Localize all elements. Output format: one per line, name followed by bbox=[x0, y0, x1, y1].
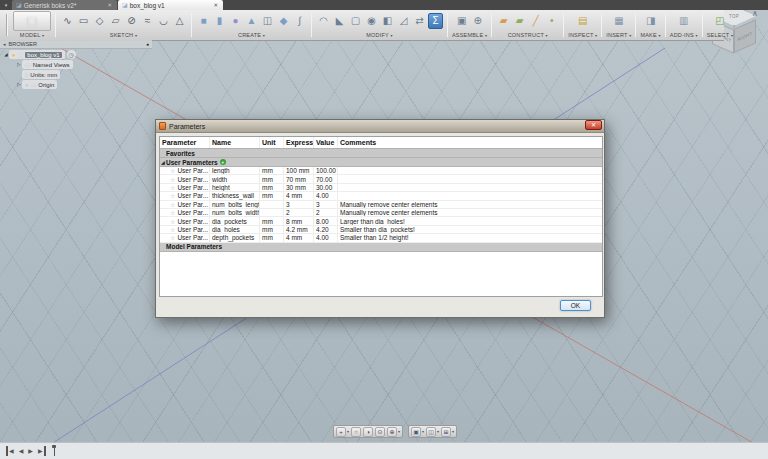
tree-item-chip[interactable]: ●▭Origin bbox=[22, 80, 57, 89]
assemble-new-component-icon[interactable]: ▣ bbox=[454, 13, 469, 29]
free-orbit-button[interactable]: ◑ bbox=[362, 427, 374, 437]
chevron-down-icon[interactable]: ▾ bbox=[437, 429, 439, 434]
sketch-circle-icon[interactable]: ⊘ bbox=[124, 13, 139, 29]
browser-header[interactable]: ◂ BROWSER ● bbox=[0, 40, 152, 49]
modify-draft-icon[interactable]: ◿ bbox=[396, 13, 411, 29]
cell-expression[interactable]: 4 mm bbox=[284, 192, 314, 199]
create-mirror-icon[interactable]: ◫ bbox=[260, 13, 275, 29]
display-settings-button[interactable]: ▣▾ bbox=[410, 427, 425, 437]
favorite-star-icon[interactable]: ☆ bbox=[170, 234, 175, 241]
cell-expression[interactable]: 4 mm bbox=[284, 234, 314, 241]
cell-expression[interactable]: 8 mm bbox=[284, 217, 314, 224]
cell-comments[interactable] bbox=[338, 175, 602, 182]
parameter-row-num_bolts_length[interactable]: ☆User Par...num_bolts_length33Manually r… bbox=[160, 201, 602, 209]
collapse-toolbar-icon[interactable]: ∧ bbox=[752, 10, 758, 18]
cell-name[interactable]: length bbox=[210, 167, 260, 174]
create-loft-icon[interactable]: ◆ bbox=[276, 13, 291, 29]
add-ins-icon[interactable]: ▥ bbox=[676, 13, 691, 29]
browser-options-icon[interactable]: ● bbox=[146, 41, 149, 47]
browser-tree-item[interactable]: ▷▭Named Views bbox=[0, 60, 170, 69]
group-row-favorites[interactable]: Favorites bbox=[160, 149, 602, 158]
toolbar-group-label[interactable]: ADD-INS ▾ bbox=[670, 31, 698, 40]
construct-axis-icon[interactable]: ╱ bbox=[528, 13, 543, 29]
cell-name[interactable]: width bbox=[210, 175, 260, 182]
parameter-row-dia_holes[interactable]: ☆User Par...dia_holesmm4.2 mm4.20Smaller… bbox=[160, 226, 602, 234]
go-to-start-button[interactable]: ◀ bbox=[6, 446, 16, 456]
toolbar-group-label[interactable]: SELECT ▾ bbox=[707, 31, 733, 40]
play-button[interactable]: ▶ bbox=[26, 446, 36, 456]
toolbar-group-label[interactable]: MODIFY ▾ bbox=[366, 31, 392, 40]
toolbar-group-label[interactable]: INSERT ▾ bbox=[606, 31, 631, 40]
pan-button[interactable]: +▾ bbox=[335, 427, 350, 437]
cell-comments[interactable]: Smaller than 1/2 height! bbox=[338, 234, 602, 241]
browser-tree-item[interactable]: ▯Units: mm bbox=[0, 70, 170, 79]
sketch-rectangle-icon[interactable]: ▭ bbox=[76, 13, 91, 29]
sketch-polygon-icon[interactable]: ◇ bbox=[92, 13, 107, 29]
cell-expression[interactable]: 3 bbox=[284, 201, 314, 208]
document-settings-icon[interactable]: ◷ bbox=[67, 50, 76, 59]
cell-name[interactable]: dia_holes bbox=[210, 226, 260, 233]
browser-tree-item[interactable]: ◢●▢box_blog v1◷ bbox=[0, 50, 170, 59]
assemble-joint-icon[interactable]: ⊕ bbox=[470, 13, 485, 29]
document-tab-1[interactable]: ◪box_blog v1✕ bbox=[118, 0, 223, 10]
dialog-title-bar[interactable]: Parameters ✕ bbox=[156, 120, 604, 133]
toolbar-group-label[interactable]: INSPECT ▾ bbox=[568, 31, 597, 40]
cell-expression[interactable]: 70 mm bbox=[284, 175, 314, 182]
make-icon[interactable]: ◨ bbox=[643, 13, 658, 29]
favorite-star-icon[interactable]: ☆ bbox=[170, 167, 175, 174]
cell-comments[interactable] bbox=[338, 192, 602, 199]
lightbulb-off-icon[interactable]: ● bbox=[25, 82, 29, 88]
favorite-star-icon[interactable]: ☆ bbox=[170, 176, 175, 183]
cell-comments[interactable] bbox=[338, 184, 602, 191]
sketch-3d-icon[interactable]: △ bbox=[172, 13, 187, 29]
cell-name[interactable]: dia_pockets bbox=[210, 217, 260, 224]
cell-name[interactable]: num_bolts_width bbox=[210, 209, 260, 216]
sketch-arc-icon[interactable]: ◡ bbox=[156, 13, 171, 29]
modify-move-icon[interactable]: ⇄ bbox=[412, 13, 427, 29]
cell-comments[interactable]: Larger than dia_holes! bbox=[338, 217, 602, 224]
modify-combine-icon[interactable]: ◉ bbox=[364, 13, 379, 29]
parameter-row-length[interactable]: ☆User Par...lengthmm100 mm100.00 bbox=[160, 167, 602, 175]
modify-split-body-icon[interactable]: ◧ bbox=[380, 13, 395, 29]
step-back-button[interactable]: ◀ bbox=[16, 446, 26, 456]
sketch-slot-icon[interactable]: ▱ bbox=[108, 13, 123, 29]
chevron-down-icon[interactable]: ▾ bbox=[422, 429, 424, 434]
favorite-star-icon[interactable]: ☆ bbox=[170, 226, 175, 233]
favorite-star-icon[interactable]: ☆ bbox=[170, 218, 175, 225]
tree-item-chip[interactable]: ▭Named Views bbox=[22, 60, 73, 69]
modify-fillet-icon[interactable]: ◠ bbox=[316, 13, 331, 29]
favorite-star-icon[interactable]: ☆ bbox=[170, 192, 175, 199]
toolbar-grip[interactable] bbox=[6, 14, 8, 36]
browser-tree-item[interactable]: ▷●▭Origin bbox=[0, 80, 170, 89]
tree-item-chip[interactable]: ●▢box_blog v1 bbox=[9, 50, 65, 59]
tree-item-chip[interactable]: ▯Units: mm bbox=[22, 70, 60, 79]
create-extrude-icon[interactable]: ▲ bbox=[244, 13, 259, 29]
chevron-down-icon[interactable]: ▾ bbox=[398, 429, 400, 434]
cell-expression[interactable]: 30 mm bbox=[284, 184, 314, 191]
add-parameter-icon[interactable]: + bbox=[220, 159, 226, 165]
parameter-row-num_bolts_width[interactable]: ☆User Par...num_bolts_width22Manually re… bbox=[160, 209, 602, 217]
layout-grid-button[interactable]: ⊞▾ bbox=[440, 427, 455, 437]
modify-shell-icon[interactable]: ▢ bbox=[348, 13, 363, 29]
tab-close-icon[interactable]: ✕ bbox=[212, 2, 219, 8]
zoom-button[interactable]: ⊕▾ bbox=[386, 427, 401, 437]
modify-chamfer-icon[interactable]: ◣ bbox=[332, 13, 347, 29]
create-form-icon[interactable]: ● bbox=[228, 13, 243, 29]
group-row-user-parameters[interactable]: ◢User Parameters+ bbox=[160, 158, 602, 167]
cell-name[interactable]: num_bolts_length bbox=[210, 201, 260, 208]
inspect-measure-icon[interactable]: ▤ bbox=[575, 13, 590, 29]
cell-expression[interactable]: 4.2 mm bbox=[284, 226, 314, 233]
dialog-close-button[interactable]: ✕ bbox=[585, 120, 602, 130]
parameter-row-width[interactable]: ☆User Par...widthmm70 mm70.00 bbox=[160, 175, 602, 183]
chevron-down-icon[interactable]: ▾ bbox=[347, 429, 349, 434]
lightbulb-on-icon[interactable]: ● bbox=[12, 52, 16, 58]
toolbar-group-label[interactable]: MAKE ▾ bbox=[640, 31, 660, 40]
orbit-button[interactable]: ○ bbox=[350, 427, 362, 437]
toolbar-group-label[interactable]: SKETCH ▾ bbox=[110, 31, 137, 40]
cell-expression[interactable]: 100 mm bbox=[284, 167, 314, 174]
cell-name[interactable]: thickness_wall bbox=[210, 192, 260, 199]
cell-comments[interactable]: Manually remove center elements bbox=[338, 201, 602, 208]
select-cursor-icon[interactable]: ◰ bbox=[712, 13, 727, 29]
cell-name[interactable]: depth_pockets bbox=[210, 234, 260, 241]
viewports-button[interactable]: ◫▾ bbox=[425, 427, 440, 437]
